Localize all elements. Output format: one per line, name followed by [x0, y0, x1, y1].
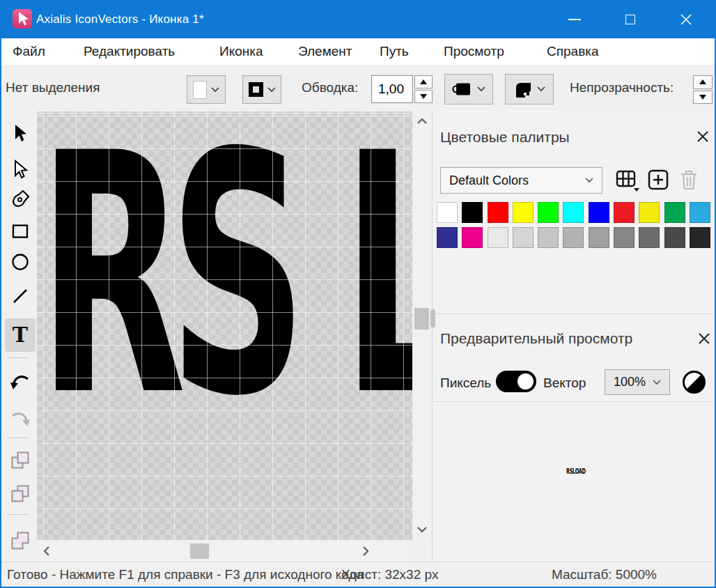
- opacity-down-button[interactable]: [693, 91, 713, 105]
- vertical-scroll-thumb[interactable]: [414, 308, 429, 330]
- delete-palette-button[interactable]: [679, 169, 699, 193]
- color-swatch[interactable]: [462, 227, 483, 248]
- tool-select[interactable]: [5, 119, 36, 147]
- color-swatch[interactable]: [513, 202, 534, 223]
- color-swatch[interactable]: [437, 202, 458, 223]
- minimize-button[interactable]: [559, 0, 591, 38]
- color-swatch[interactable]: [589, 227, 609, 248]
- color-swatch[interactable]: [639, 202, 660, 223]
- line-cap-dropdown[interactable]: [444, 74, 493, 105]
- chevron-down-icon: [585, 178, 593, 183]
- color-swatch[interactable]: [639, 227, 660, 248]
- stroke-width-label: Обводка:: [302, 65, 358, 111]
- canvas-artwork: RSL: [37, 111, 412, 540]
- close-button[interactable]: [670, 0, 702, 38]
- color-swatch[interactable]: [538, 202, 559, 223]
- tool-text[interactable]: T: [5, 318, 36, 352]
- tool-line[interactable]: [5, 282, 36, 310]
- color-swatch[interactable]: [538, 227, 559, 248]
- rail-separator: [7, 438, 29, 438]
- scroll-down-button[interactable]: [413, 523, 430, 536]
- color-swatch[interactable]: [589, 202, 609, 223]
- menu-icon[interactable]: Иконка: [219, 38, 263, 65]
- menu-path[interactable]: Путь: [380, 38, 409, 65]
- menu-edit[interactable]: Редактировать: [84, 38, 175, 65]
- tool-pen[interactable]: [5, 185, 36, 213]
- palettes-panel-close-button[interactable]: [696, 130, 709, 146]
- menu-help[interactable]: Справка: [547, 38, 599, 65]
- fill-color-dropdown[interactable]: [187, 75, 226, 104]
- canvas-horizontal-scrollbar[interactable]: [37, 541, 412, 562]
- stroke-color-dropdown[interactable]: [242, 75, 281, 104]
- title-bar: Axialis IconVectors - Иконка 1*: [0, 0, 716, 38]
- menu-bar: Файл Редактировать Иконка Элемент Путь П…: [1, 38, 715, 65]
- color-swatch[interactable]: [488, 202, 508, 223]
- pen-nib-icon: [10, 189, 30, 209]
- horizontal-scroll-thumb[interactable]: [190, 543, 209, 559]
- line-join-dropdown[interactable]: [505, 74, 554, 105]
- color-swatch[interactable]: [614, 227, 635, 248]
- scroll-left-button[interactable]: [40, 541, 54, 562]
- splitter-handle[interactable]: [430, 309, 435, 327]
- color-swatch[interactable]: [614, 202, 635, 223]
- color-swatch[interactable]: [563, 227, 584, 248]
- preview-panel-close-button[interactable]: [698, 332, 710, 348]
- up-arrow-icon: [699, 79, 706, 84]
- panel-splitter[interactable]: [432, 111, 433, 562]
- trash-icon: [679, 169, 699, 190]
- chevron-left-icon: [43, 546, 50, 557]
- menu-element[interactable]: Элемент: [298, 38, 352, 65]
- undo-button[interactable]: [5, 369, 36, 397]
- minimize-icon: [568, 19, 581, 20]
- chevron-down-icon: [477, 86, 485, 92]
- panel-divider: [433, 314, 715, 314]
- color-swatch[interactable]: [488, 227, 508, 248]
- fill-color-chip: [193, 81, 207, 99]
- menu-view[interactable]: Просмотр: [444, 38, 504, 65]
- stroke-width-down-button[interactable]: [414, 90, 433, 103]
- maximize-icon: [625, 15, 635, 24]
- add-palette-button[interactable]: [648, 169, 669, 193]
- color-swatch[interactable]: [690, 202, 710, 223]
- canvas-vertical-scrollbar[interactable]: [413, 111, 430, 540]
- color-swatch[interactable]: [462, 202, 483, 223]
- zoom-level-info: Масштаб: 5000%: [552, 562, 657, 587]
- scroll-right-button[interactable]: [359, 541, 373, 562]
- pixel-mode-label[interactable]: Пиксель: [440, 376, 491, 391]
- down-arrow-icon: [699, 95, 706, 100]
- plus-icon: [648, 169, 669, 190]
- color-swatch[interactable]: [437, 227, 458, 248]
- palette-select[interactable]: Default Colors: [440, 167, 602, 194]
- pathfinder-unite-button[interactable]: [5, 527, 36, 555]
- stroke-width-up-button[interactable]: [414, 75, 433, 88]
- pixel-vector-toggle[interactable]: [496, 371, 536, 392]
- maximize-button[interactable]: [614, 0, 646, 38]
- tool-ellipse[interactable]: [5, 248, 36, 276]
- palette-view-button[interactable]: [616, 169, 639, 194]
- tool-direct-select[interactable]: [5, 155, 36, 183]
- close-icon: [698, 332, 710, 345]
- redo-button[interactable]: [5, 406, 36, 434]
- tool-rectangle[interactable]: [5, 217, 36, 245]
- color-swatch[interactable]: [563, 202, 584, 223]
- window-title: Axialis IconVectors - Иконка 1*: [36, 0, 204, 38]
- preview-zoom-select[interactable]: 100%: [605, 369, 670, 395]
- side-panels: Цветовые палитры Default Colors: [433, 111, 715, 562]
- pathfinder-front-button[interactable]: [5, 447, 36, 474]
- color-swatch[interactable]: [664, 202, 685, 223]
- vector-mode-label[interactable]: Вектор: [543, 376, 586, 391]
- background-contrast-button[interactable]: [683, 371, 706, 394]
- color-swatch[interactable]: [690, 227, 710, 248]
- pathfinder-back-button[interactable]: [5, 480, 36, 508]
- menu-file[interactable]: Файл: [13, 38, 45, 65]
- grid-view-icon: [616, 169, 639, 192]
- opacity-up-button[interactable]: [693, 75, 713, 89]
- color-swatch[interactable]: [513, 227, 534, 248]
- stroke-color-chip: [249, 82, 263, 97]
- scroll-up-button[interactable]: [413, 114, 430, 128]
- stroke-width-input[interactable]: 1,00: [371, 75, 413, 103]
- overlap-squares-back-icon: [10, 483, 31, 504]
- color-swatch[interactable]: [664, 227, 685, 248]
- icon-preview: RSLOAD: [566, 467, 586, 476]
- drawing-canvas[interactable]: RSL: [37, 111, 412, 540]
